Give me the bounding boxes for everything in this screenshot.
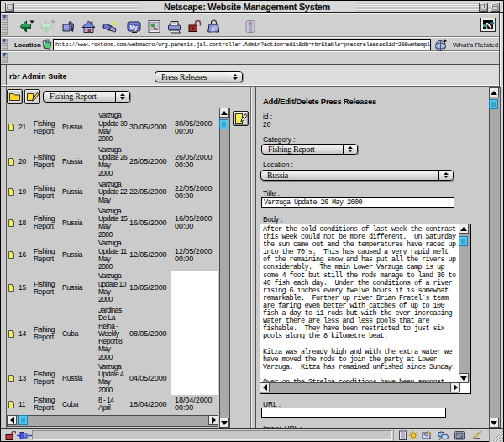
svg-text:@: @ xyxy=(211,25,217,33)
svg-text:My: My xyxy=(130,24,138,31)
